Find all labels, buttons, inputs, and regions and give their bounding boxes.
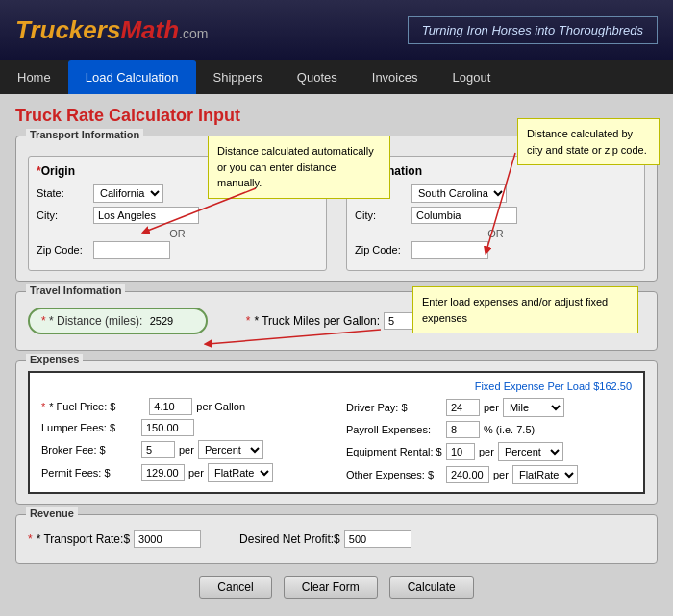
origin-zip-label: Zip Code: bbox=[37, 244, 89, 256]
nav-invoices[interactable]: Invoices bbox=[355, 60, 436, 94]
origin-city-input[interactable] bbox=[93, 207, 199, 224]
distance-label: * Distance (miles): bbox=[49, 314, 142, 328]
tagline-box: Turning Iron Horses into Thoroughbreds bbox=[408, 16, 658, 44]
expenses-section: Expenses Fixed Expense Per Load $162.50 … bbox=[15, 360, 658, 505]
dest-zip-label: Zip Code: bbox=[355, 244, 408, 256]
origin-state-select[interactable]: California bbox=[93, 184, 163, 203]
revenue-section-label: Revenue bbox=[26, 507, 78, 519]
main-content: Truck Rate Calculator Input Transport In… bbox=[0, 94, 673, 616]
other-input[interactable] bbox=[446, 466, 489, 483]
travel-section-label: Travel Information bbox=[26, 284, 125, 296]
dest-city-label: City: bbox=[355, 209, 408, 221]
driver-row: Driver Pay: $ per MilePercent bbox=[346, 398, 632, 417]
tagline-text: Turning Iron Horses into Thoroughbreds bbox=[422, 23, 643, 37]
transport-section-label: Transport Information bbox=[26, 129, 143, 140]
origin-label: Origin bbox=[41, 164, 75, 178]
distance-input[interactable] bbox=[146, 313, 194, 329]
equip-type-select[interactable]: PercentFlatRate bbox=[498, 442, 563, 461]
lumper-row: Lumper Fees: $ bbox=[41, 419, 327, 436]
header: TruckersMath.com Turning Iron Horses int… bbox=[0, 0, 673, 60]
profit-label: Desired Net Profit:$ bbox=[239, 532, 340, 546]
net-profit-field: Desired Net Profit:$ bbox=[239, 530, 411, 548]
dest-state-select[interactable]: South Carolina bbox=[411, 184, 507, 203]
nav-shippers[interactable]: Shippers bbox=[196, 60, 280, 94]
lumper-input[interactable] bbox=[141, 419, 194, 436]
origin-zip-input[interactable] bbox=[93, 241, 170, 259]
expenses-inner: Fixed Expense Per Load $162.50 * * Fuel … bbox=[28, 371, 645, 494]
button-row: Cancel Clear Form Calculate bbox=[15, 576, 658, 599]
clear-form-button[interactable]: Clear Form bbox=[284, 576, 378, 599]
destination-box: *Destination State: South Carolina City:… bbox=[346, 156, 645, 271]
other-type-select[interactable]: FlatRatePercent bbox=[512, 465, 578, 484]
permit-type-select[interactable]: FlatRatePercent bbox=[208, 463, 273, 482]
equip-row: Equipment Rental: $ per PercentFlatRate bbox=[346, 442, 632, 461]
broker-row: Broker Fee: $ per PercentFlatRate bbox=[41, 440, 327, 459]
mpg-label: * Truck Miles per Gallon: bbox=[254, 314, 380, 328]
payroll-input[interactable] bbox=[446, 421, 480, 438]
logo-math: Math bbox=[120, 15, 179, 45]
payroll-unit: % (i.e. 7.5) bbox=[484, 424, 535, 435]
driver-type-select[interactable]: MilePercent bbox=[503, 398, 564, 417]
dest-zip-input[interactable] bbox=[411, 241, 488, 259]
nav-logout[interactable]: Logout bbox=[435, 60, 508, 94]
logo-com: .com bbox=[179, 26, 208, 41]
dest-or-text: OR bbox=[355, 228, 636, 239]
permit-row: Permit Fees: $ per FlatRatePercent bbox=[41, 463, 327, 482]
nav-home[interactable]: Home bbox=[0, 60, 68, 94]
cancel-button[interactable]: Cancel bbox=[199, 576, 271, 599]
tooltip-distance-zip: Distance calculated by city and state or… bbox=[517, 118, 660, 165]
dest-city-input[interactable] bbox=[411, 207, 517, 224]
revenue-section: Revenue * * Transport Rate:$ Desired Net… bbox=[15, 514, 658, 564]
other-row: Other Expenses: $ per FlatRatePercent bbox=[346, 465, 632, 484]
nav-quotes[interactable]: Quotes bbox=[280, 60, 355, 94]
fuel-price-row: * * Fuel Price: $ per Gallon bbox=[41, 398, 327, 415]
logo: TruckersMath.com bbox=[15, 15, 208, 45]
payroll-row: Payroll Expenses: % (i.e. 7.5) bbox=[346, 421, 632, 438]
expenses-section-label: Expenses bbox=[26, 354, 83, 365]
permit-input[interactable] bbox=[141, 464, 185, 481]
nav-bar: Home Load Calculation Shippers Quotes In… bbox=[0, 60, 673, 94]
origin-state-label: State: bbox=[37, 187, 89, 199]
tooltip-expenses: Enter load expenses and/or adjust fixed … bbox=[412, 286, 638, 333]
fixed-expense-line: Fixed Expense Per Load $162.50 bbox=[41, 381, 632, 392]
transport-rate-field: * * Transport Rate:$ bbox=[28, 530, 201, 548]
origin-city-label: City: bbox=[37, 209, 89, 221]
fuel-unit: per Gallon bbox=[196, 401, 245, 412]
distance-oval: * * Distance (miles): bbox=[28, 308, 208, 334]
origin-or-text: OR bbox=[37, 228, 318, 239]
fuel-price-input[interactable] bbox=[149, 398, 192, 415]
transport-rate-label: * Transport Rate:$ bbox=[37, 532, 130, 546]
logo-truckers: Truckers bbox=[15, 15, 120, 45]
expenses-grid: * * Fuel Price: $ per Gallon Lumper Fees… bbox=[41, 398, 632, 484]
nav-load-calculation[interactable]: Load Calculation bbox=[68, 60, 196, 94]
equip-input[interactable] bbox=[446, 443, 475, 460]
broker-input[interactable] bbox=[141, 441, 175, 458]
profit-input[interactable] bbox=[344, 530, 411, 548]
broker-type-select[interactable]: PercentFlatRate bbox=[198, 440, 263, 459]
tooltip-distance-auto: Distance calculated automatically or you… bbox=[208, 136, 390, 199]
driver-input[interactable] bbox=[446, 399, 480, 416]
calculate-button[interactable]: Calculate bbox=[389, 576, 474, 599]
transport-rate-input[interactable] bbox=[134, 530, 201, 548]
